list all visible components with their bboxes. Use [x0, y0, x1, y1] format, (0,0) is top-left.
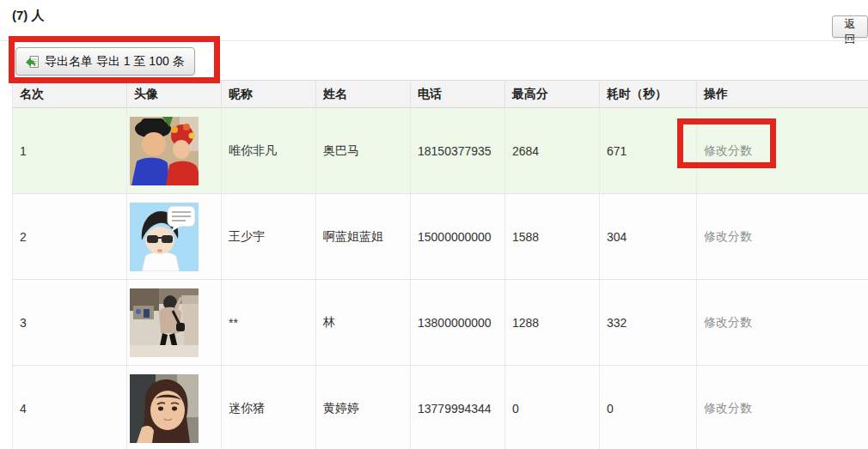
table-row: 4	[13, 366, 868, 449]
score-cell: 1588	[505, 194, 600, 280]
col-header-name: 姓名	[316, 81, 411, 108]
col-header-time: 耗时（秒）	[600, 81, 697, 108]
avatar-cell	[127, 194, 222, 280]
time-cell: 671	[600, 108, 697, 194]
col-header-rank: 名次	[13, 81, 127, 108]
export-button-label: 导出名单 导出 1 至 100 条	[45, 54, 185, 70]
name-cell: 黄婷婷	[316, 366, 411, 449]
col-header-phone: 电话	[411, 81, 505, 108]
avatar-photo	[130, 374, 199, 443]
avatar-photo	[130, 288, 199, 357]
rank-cell: 2	[13, 194, 127, 280]
name-cell: 奥巴马	[316, 108, 411, 194]
col-header-nickname: 昵称	[222, 81, 316, 108]
col-header-avatar: 头像	[127, 81, 222, 108]
nickname-cell: 唯你非凡	[222, 108, 316, 194]
modify-score-link[interactable]: 修改分数	[704, 315, 752, 329]
name-cell: 林	[316, 280, 411, 366]
phone-cell: 13800000000	[411, 280, 505, 366]
name-cell: 啊蓝姐蓝姐	[316, 194, 411, 280]
nickname-cell: **	[222, 280, 316, 366]
avatar-cell	[127, 366, 222, 449]
nickname-cell: 王少宇	[222, 194, 316, 280]
time-cell: 304	[600, 194, 697, 280]
header-divider	[0, 40, 868, 41]
action-cell: 修改分数	[697, 108, 868, 194]
action-cell: 修改分数	[697, 280, 868, 366]
rank-cell: 4	[13, 366, 127, 449]
phone-cell: 13779994344	[411, 366, 505, 449]
nickname-cell: 迷你猪	[222, 366, 316, 449]
table-row: 2	[13, 194, 868, 280]
rank-cell: 1	[13, 108, 127, 194]
modify-score-link[interactable]: 修改分数	[704, 143, 752, 157]
time-cell: 332	[600, 280, 697, 366]
avatar-cell	[127, 108, 222, 194]
score-cell: 2684	[505, 108, 600, 194]
score-cell: 0	[505, 366, 600, 449]
export-list-button[interactable]: 导出名单 导出 1 至 100 条	[15, 47, 195, 76]
phone-cell: 18150377935	[411, 108, 505, 194]
action-cell: 修改分数	[697, 194, 868, 280]
score-cell: 1288	[505, 280, 600, 366]
back-button[interactable]: 返回	[832, 15, 868, 38]
avatar-photo	[130, 203, 199, 271]
phone-cell: 15000000000	[411, 194, 505, 280]
modify-score-link[interactable]: 修改分数	[704, 229, 752, 243]
export-excel-icon	[26, 55, 40, 69]
ranking-table: 名次 头像 昵称 姓名 电话 最高分 耗时（秒） 操作 1	[12, 80, 868, 449]
table-row: 3	[13, 280, 868, 366]
time-cell: 0	[600, 366, 697, 449]
modify-score-link[interactable]: 修改分数	[704, 401, 752, 415]
avatar-cell	[127, 280, 222, 366]
table-row: 1	[13, 108, 868, 194]
col-header-action: 操作	[697, 81, 868, 108]
col-header-score: 最高分	[505, 81, 600, 108]
avatar-photo	[130, 117, 199, 185]
table-header-row: 名次 头像 昵称 姓名 电话 最高分 耗时（秒） 操作	[13, 81, 868, 108]
action-cell: 修改分数	[697, 366, 868, 449]
page-title: (7) 人	[12, 8, 45, 24]
rank-cell: 3	[13, 280, 127, 366]
